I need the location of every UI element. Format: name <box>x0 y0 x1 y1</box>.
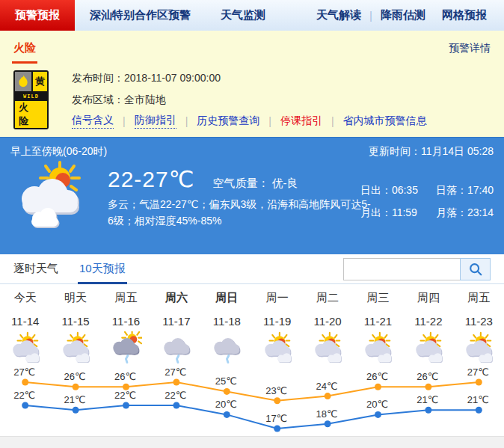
day-name: 周五 <box>454 291 504 305</box>
day-date: 11-15 <box>50 315 100 328</box>
publish-time-row: 发布时间：2018-11-07 09:00:00 <box>72 70 427 85</box>
day-date: 11-23 <box>454 315 504 328</box>
warning-link[interactable]: 防御指引 <box>135 114 176 129</box>
top-nav: 预警预报 深汕特别合作区预警 天气监测 天气解读 降雨估测 网格预报 <box>0 0 504 31</box>
svg-text:18℃: 18℃ <box>316 408 338 420</box>
svg-text:27℃: 27℃ <box>165 366 186 378</box>
day-name: 周四 <box>403 291 453 305</box>
sunrise: 日出：06:35 <box>360 184 418 197</box>
day-date: 11-19 <box>252 315 302 328</box>
forecast-day-column[interactable]: 明天11-15 <box>50 291 100 364</box>
svg-text:21℃: 21℃ <box>417 394 438 405</box>
partly-cloudy-icon <box>302 331 352 364</box>
nav-tab-warning-forecast[interactable]: 预警预报 <box>0 0 75 31</box>
footer-bar <box>0 436 504 448</box>
partly-cloudy-icon <box>0 331 50 364</box>
publish-area-row: 发布区域：全市陆地 <box>72 92 427 107</box>
partly-cloudy-icon <box>403 331 453 364</box>
svg-text:20℃: 20℃ <box>366 399 388 410</box>
day-name: 周三 <box>353 291 403 305</box>
svg-text:22℃: 22℃ <box>13 390 35 401</box>
day-name: 周六 <box>151 291 201 305</box>
nav-link-grid-forecast[interactable]: 网格预报 <box>434 8 495 22</box>
weather-description: 多云；气温22-27℃；偏东风3级，沿海和高地阵风可达5-6级；相对湿度45%-… <box>108 196 371 229</box>
partly-cloudy-icon <box>50 331 100 364</box>
sun-moon-info: 日出：06:35 日落：17:40 月出：11:59 月落：23:14 <box>360 184 494 220</box>
partly-cloudy-icon <box>353 331 403 364</box>
current-weather-panel: 早上至傍晚(06-20时) 更新时间：11月14日 05:28 22-27℃ 空… <box>0 137 504 254</box>
forecast-day-column[interactable]: 周三11-21 <box>353 291 403 364</box>
forecast-day-column[interactable]: 周五11-16 <box>101 291 151 364</box>
tab-hourly-weather[interactable]: 逐时天气 <box>13 254 58 283</box>
fire-warning-section: 黄 WILD FIRE 火 险 发布时间：2018-11-07 09:00:00… <box>0 66 504 137</box>
forecast-day-column[interactable]: 周二11-20 <box>302 291 352 364</box>
nav-tab-shenshan-zone[interactable]: 深汕特别合作区预警 <box>75 0 206 31</box>
publish-time-label: 发布时间： <box>72 72 124 84</box>
day-date: 11-18 <box>202 315 252 328</box>
day-date: 11-20 <box>302 315 352 328</box>
svg-text:26℃: 26℃ <box>114 371 136 382</box>
link-separator <box>268 115 271 127</box>
svg-text:21℃: 21℃ <box>64 394 86 405</box>
search-button[interactable] <box>460 258 491 280</box>
day-date: 11-21 <box>353 315 403 328</box>
forecast-day-column[interactable]: 周一11-19 <box>252 291 302 364</box>
svg-text:26℃: 26℃ <box>366 371 388 382</box>
day-name: 周五 <box>101 291 151 305</box>
nav-tab-weather-monitor[interactable]: 天气监测 <box>206 0 280 31</box>
warning-link[interactable]: 停课指引 <box>280 114 322 128</box>
sunset: 日落：17:40 <box>436 184 494 197</box>
warning-name-label: 火 险 <box>15 101 47 128</box>
svg-text:26℃: 26℃ <box>417 371 438 382</box>
forecast-day-column[interactable]: 周四11-22 <box>403 291 453 364</box>
forecast-day-column[interactable]: 周日11-18 <box>202 291 252 364</box>
publish-area-label: 发布区域： <box>72 93 124 105</box>
day-name: 周日 <box>202 291 252 305</box>
partly-cloudy-icon <box>454 331 504 364</box>
forecast-day-column[interactable]: 周五11-23 <box>454 291 504 364</box>
svg-text:20℃: 20℃ <box>215 399 237 410</box>
link-separator <box>123 115 126 127</box>
tab-ten-day-forecast[interactable]: 10天预报 <box>79 254 126 283</box>
warning-link[interactable]: 省内城市预警信息 <box>343 114 427 128</box>
warning-link[interactable]: 历史预警查询 <box>197 114 259 128</box>
day-name: 明天 <box>50 291 100 305</box>
nav-link-weather-interpretation[interactable]: 天气解读 <box>308 8 369 22</box>
warning-link[interactable]: 信号含义 <box>72 114 114 129</box>
tab-fire-risk[interactable]: 火险 <box>13 31 36 66</box>
day-date: 11-16 <box>101 315 151 328</box>
nav-right-links: 天气解读 降雨估测 网格预报 <box>308 0 504 31</box>
temperature-range: 22-27℃ <box>108 166 194 192</box>
search-box <box>343 258 491 280</box>
publish-time-value: 2018-11-07 09:00:00 <box>124 72 221 84</box>
alert-tab-bar: 火险 预警详情 <box>0 31 504 66</box>
warning-level-badge: 黄 <box>33 72 47 91</box>
nav-link-rain-estimate[interactable]: 降雨估测 <box>372 8 434 22</box>
forecast-tab-bar: 逐时天气 10天预报 <box>0 254 504 284</box>
forecast-period-label: 早上至傍晚(06-20时) <box>10 145 107 159</box>
svg-text:24℃: 24℃ <box>316 381 338 392</box>
shower-icon <box>101 331 151 364</box>
svg-text:21℃: 21℃ <box>467 394 489 405</box>
forecast-day-column[interactable]: 周六11-17 <box>151 291 201 364</box>
warning-detail-link[interactable]: 预警详情 <box>449 42 491 55</box>
day-name: 周二 <box>302 291 352 305</box>
forecast-days-grid: 今天11-14 明天11-15 周五11-16 周六11-17周日11-18周一… <box>0 284 504 364</box>
link-separator <box>185 115 188 127</box>
flame-icon <box>15 72 31 91</box>
svg-text:26℃: 26℃ <box>64 371 86 382</box>
fire-sign-top: 黄 <box>15 72 47 91</box>
search-input[interactable] <box>343 258 460 280</box>
publish-area-value: 全市陆地 <box>124 93 166 105</box>
rain-icon <box>202 331 252 364</box>
day-date: 11-17 <box>151 315 201 328</box>
temperature-row: 22-27℃ 空气质量： 优-良 <box>108 166 371 192</box>
svg-text:23℃: 23℃ <box>265 385 287 396</box>
warning-category-label: WILD FIRE <box>15 93 47 101</box>
svg-text:27℃: 27℃ <box>13 366 35 378</box>
air-quality: 空气质量： 优-良 <box>212 177 298 191</box>
moonset: 月落：23:14 <box>436 206 494 220</box>
svg-text:27℃: 27℃ <box>467 366 489 378</box>
forecast-day-column[interactable]: 今天11-14 <box>0 291 50 364</box>
partly-cloudy-icon <box>252 331 302 364</box>
